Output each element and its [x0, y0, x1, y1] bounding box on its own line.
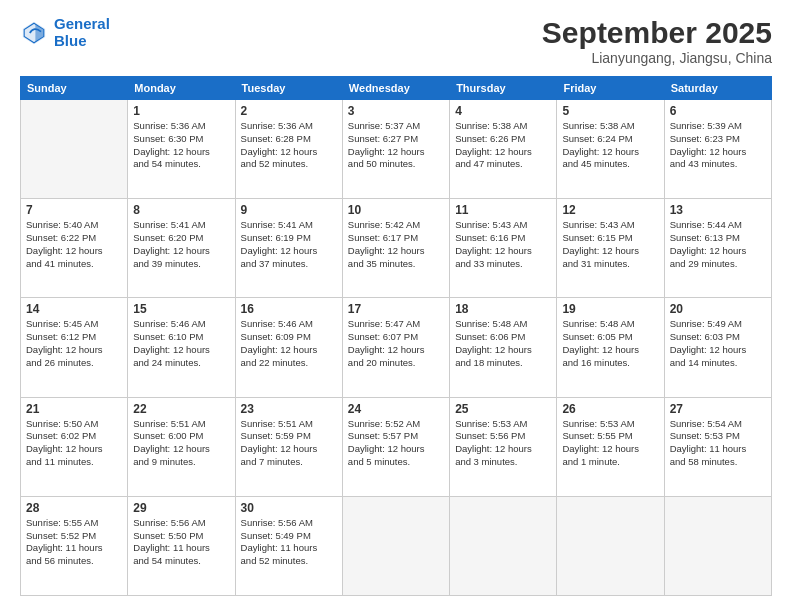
calendar-week-2: 14Sunrise: 5:45 AM Sunset: 6:12 PM Dayli…	[21, 298, 772, 397]
day-info: Sunrise: 5:55 AM Sunset: 5:52 PM Dayligh…	[26, 517, 122, 568]
day-info: Sunrise: 5:54 AM Sunset: 5:53 PM Dayligh…	[670, 418, 766, 469]
day-info: Sunrise: 5:47 AM Sunset: 6:07 PM Dayligh…	[348, 318, 444, 369]
day-number: 19	[562, 302, 658, 316]
col-monday: Monday	[128, 77, 235, 100]
calendar-week-4: 28Sunrise: 5:55 AM Sunset: 5:52 PM Dayli…	[21, 496, 772, 595]
day-info: Sunrise: 5:36 AM Sunset: 6:30 PM Dayligh…	[133, 120, 229, 171]
day-number: 29	[133, 501, 229, 515]
calendar-cell: 10Sunrise: 5:42 AM Sunset: 6:17 PM Dayli…	[342, 199, 449, 298]
day-info: Sunrise: 5:52 AM Sunset: 5:57 PM Dayligh…	[348, 418, 444, 469]
day-number: 26	[562, 402, 658, 416]
day-number: 12	[562, 203, 658, 217]
day-info: Sunrise: 5:36 AM Sunset: 6:28 PM Dayligh…	[241, 120, 337, 171]
day-info: Sunrise: 5:43 AM Sunset: 6:15 PM Dayligh…	[562, 219, 658, 270]
calendar-cell	[450, 496, 557, 595]
calendar-cell: 23Sunrise: 5:51 AM Sunset: 5:59 PM Dayli…	[235, 397, 342, 496]
day-info: Sunrise: 5:51 AM Sunset: 6:00 PM Dayligh…	[133, 418, 229, 469]
calendar-cell: 11Sunrise: 5:43 AM Sunset: 6:16 PM Dayli…	[450, 199, 557, 298]
calendar-cell: 26Sunrise: 5:53 AM Sunset: 5:55 PM Dayli…	[557, 397, 664, 496]
day-number: 27	[670, 402, 766, 416]
day-number: 25	[455, 402, 551, 416]
day-number: 10	[348, 203, 444, 217]
calendar-cell: 28Sunrise: 5:55 AM Sunset: 5:52 PM Dayli…	[21, 496, 128, 595]
day-info: Sunrise: 5:46 AM Sunset: 6:09 PM Dayligh…	[241, 318, 337, 369]
calendar-body: 1Sunrise: 5:36 AM Sunset: 6:30 PM Daylig…	[21, 100, 772, 596]
day-number: 6	[670, 104, 766, 118]
day-number: 30	[241, 501, 337, 515]
day-info: Sunrise: 5:53 AM Sunset: 5:56 PM Dayligh…	[455, 418, 551, 469]
day-number: 2	[241, 104, 337, 118]
day-info: Sunrise: 5:38 AM Sunset: 6:24 PM Dayligh…	[562, 120, 658, 171]
logo-text: General Blue	[54, 16, 110, 49]
day-number: 13	[670, 203, 766, 217]
calendar-cell: 4Sunrise: 5:38 AM Sunset: 6:26 PM Daylig…	[450, 100, 557, 199]
calendar-cell	[342, 496, 449, 595]
calendar-week-3: 21Sunrise: 5:50 AM Sunset: 6:02 PM Dayli…	[21, 397, 772, 496]
col-tuesday: Tuesday	[235, 77, 342, 100]
calendar-cell: 29Sunrise: 5:56 AM Sunset: 5:50 PM Dayli…	[128, 496, 235, 595]
calendar-cell: 9Sunrise: 5:41 AM Sunset: 6:19 PM Daylig…	[235, 199, 342, 298]
month-title: September 2025	[542, 16, 772, 50]
day-info: Sunrise: 5:38 AM Sunset: 6:26 PM Dayligh…	[455, 120, 551, 171]
calendar-cell: 17Sunrise: 5:47 AM Sunset: 6:07 PM Dayli…	[342, 298, 449, 397]
calendar-cell: 14Sunrise: 5:45 AM Sunset: 6:12 PM Dayli…	[21, 298, 128, 397]
calendar-cell: 1Sunrise: 5:36 AM Sunset: 6:30 PM Daylig…	[128, 100, 235, 199]
day-info: Sunrise: 5:56 AM Sunset: 5:49 PM Dayligh…	[241, 517, 337, 568]
col-thursday: Thursday	[450, 77, 557, 100]
logo: General Blue	[20, 16, 110, 49]
calendar-cell: 3Sunrise: 5:37 AM Sunset: 6:27 PM Daylig…	[342, 100, 449, 199]
calendar-cell: 13Sunrise: 5:44 AM Sunset: 6:13 PM Dayli…	[664, 199, 771, 298]
calendar-table: Sunday Monday Tuesday Wednesday Thursday…	[20, 76, 772, 596]
day-number: 8	[133, 203, 229, 217]
calendar-cell: 5Sunrise: 5:38 AM Sunset: 6:24 PM Daylig…	[557, 100, 664, 199]
day-info: Sunrise: 5:40 AM Sunset: 6:22 PM Dayligh…	[26, 219, 122, 270]
calendar-cell: 12Sunrise: 5:43 AM Sunset: 6:15 PM Dayli…	[557, 199, 664, 298]
day-info: Sunrise: 5:44 AM Sunset: 6:13 PM Dayligh…	[670, 219, 766, 270]
day-info: Sunrise: 5:39 AM Sunset: 6:23 PM Dayligh…	[670, 120, 766, 171]
calendar-cell: 30Sunrise: 5:56 AM Sunset: 5:49 PM Dayli…	[235, 496, 342, 595]
calendar-cell: 27Sunrise: 5:54 AM Sunset: 5:53 PM Dayli…	[664, 397, 771, 496]
calendar-cell: 8Sunrise: 5:41 AM Sunset: 6:20 PM Daylig…	[128, 199, 235, 298]
day-number: 7	[26, 203, 122, 217]
day-number: 1	[133, 104, 229, 118]
calendar-cell: 16Sunrise: 5:46 AM Sunset: 6:09 PM Dayli…	[235, 298, 342, 397]
calendar-cell: 24Sunrise: 5:52 AM Sunset: 5:57 PM Dayli…	[342, 397, 449, 496]
logo-icon	[20, 19, 48, 47]
day-info: Sunrise: 5:46 AM Sunset: 6:10 PM Dayligh…	[133, 318, 229, 369]
col-wednesday: Wednesday	[342, 77, 449, 100]
day-info: Sunrise: 5:51 AM Sunset: 5:59 PM Dayligh…	[241, 418, 337, 469]
day-number: 17	[348, 302, 444, 316]
day-info: Sunrise: 5:45 AM Sunset: 6:12 PM Dayligh…	[26, 318, 122, 369]
day-number: 9	[241, 203, 337, 217]
calendar-cell: 7Sunrise: 5:40 AM Sunset: 6:22 PM Daylig…	[21, 199, 128, 298]
day-number: 20	[670, 302, 766, 316]
calendar-header-row: Sunday Monday Tuesday Wednesday Thursday…	[21, 77, 772, 100]
day-number: 14	[26, 302, 122, 316]
day-number: 24	[348, 402, 444, 416]
day-number: 23	[241, 402, 337, 416]
day-number: 16	[241, 302, 337, 316]
day-info: Sunrise: 5:50 AM Sunset: 6:02 PM Dayligh…	[26, 418, 122, 469]
day-info: Sunrise: 5:43 AM Sunset: 6:16 PM Dayligh…	[455, 219, 551, 270]
day-number: 28	[26, 501, 122, 515]
day-number: 11	[455, 203, 551, 217]
calendar-cell: 19Sunrise: 5:48 AM Sunset: 6:05 PM Dayli…	[557, 298, 664, 397]
day-number: 22	[133, 402, 229, 416]
calendar-cell: 2Sunrise: 5:36 AM Sunset: 6:28 PM Daylig…	[235, 100, 342, 199]
calendar-cell	[21, 100, 128, 199]
col-sunday: Sunday	[21, 77, 128, 100]
day-number: 18	[455, 302, 551, 316]
calendar-week-0: 1Sunrise: 5:36 AM Sunset: 6:30 PM Daylig…	[21, 100, 772, 199]
calendar-cell: 25Sunrise: 5:53 AM Sunset: 5:56 PM Dayli…	[450, 397, 557, 496]
day-info: Sunrise: 5:41 AM Sunset: 6:20 PM Dayligh…	[133, 219, 229, 270]
day-info: Sunrise: 5:48 AM Sunset: 6:05 PM Dayligh…	[562, 318, 658, 369]
calendar-cell: 22Sunrise: 5:51 AM Sunset: 6:00 PM Dayli…	[128, 397, 235, 496]
day-info: Sunrise: 5:42 AM Sunset: 6:17 PM Dayligh…	[348, 219, 444, 270]
day-number: 15	[133, 302, 229, 316]
page: General Blue September 2025 Lianyungang,…	[0, 0, 792, 612]
day-number: 4	[455, 104, 551, 118]
calendar-cell: 20Sunrise: 5:49 AM Sunset: 6:03 PM Dayli…	[664, 298, 771, 397]
day-info: Sunrise: 5:53 AM Sunset: 5:55 PM Dayligh…	[562, 418, 658, 469]
day-number: 5	[562, 104, 658, 118]
day-info: Sunrise: 5:56 AM Sunset: 5:50 PM Dayligh…	[133, 517, 229, 568]
